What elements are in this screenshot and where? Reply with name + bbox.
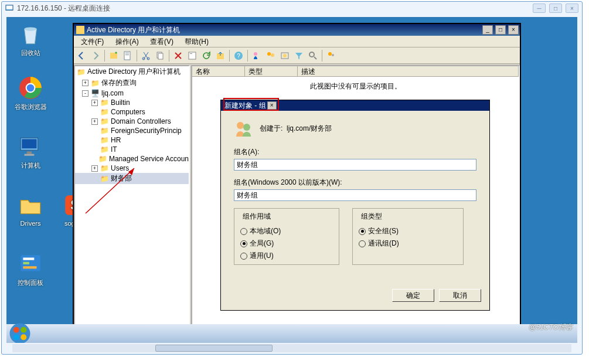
- tree-item-managed[interactable]: +📁Managed Service Accoun: [75, 154, 189, 164]
- find-user-icon[interactable]: [250, 49, 263, 62]
- properties-icon[interactable]: [121, 49, 134, 62]
- svg-rect-20: [125, 55, 129, 55]
- watermark: @51CTO博客: [529, 322, 573, 332]
- recycle-bin-icon: [18, 22, 43, 46]
- desktop-icon-control-panel[interactable]: 控制面板: [10, 251, 51, 287]
- cancel-button[interactable]: 取消: [439, 289, 481, 302]
- desktop-icon-drivers[interactable]: Drivers: [10, 193, 51, 227]
- domain-icon: 🖥️: [90, 89, 100, 97]
- radio-scope-local[interactable]: 本地域(O): [240, 225, 333, 237]
- svg-point-34: [283, 54, 287, 57]
- svg-rect-16: [76, 26, 84, 34]
- host-scrollbar[interactable]: [3, 343, 581, 353]
- svg-point-38: [237, 122, 244, 129]
- tree-item-hr[interactable]: +📁HR: [75, 135, 189, 145]
- search-icon[interactable]: [307, 49, 319, 62]
- add-ou-icon[interactable]: [278, 49, 291, 62]
- desktop-icon-computer[interactable]: 计算机: [10, 134, 51, 170]
- rdp-title-bar[interactable]: 172.16.16.150 - 远程桌面连接 ─ □ ×: [2, 2, 582, 15]
- tree-item-finance[interactable]: +📁财务部: [75, 173, 189, 184]
- desktop-icon-chrome[interactable]: 谷歌浏览器: [10, 76, 51, 111]
- help-icon[interactable]: ?: [232, 49, 245, 62]
- cut-icon[interactable]: [139, 49, 152, 62]
- created-in-value: ljq.com/财务部: [287, 124, 332, 132]
- minimize-button[interactable]: ─: [533, 4, 546, 13]
- ad-toolbar: ?: [74, 47, 520, 64]
- group-name-input[interactable]: [234, 159, 476, 171]
- tree-item-computers[interactable]: +📁Computers: [75, 107, 189, 117]
- dialog-close-button[interactable]: ×: [267, 101, 277, 110]
- copy-icon[interactable]: [154, 49, 166, 62]
- collapse-icon[interactable]: +: [82, 80, 88, 86]
- radio-scope-global[interactable]: 全局(G): [240, 237, 333, 250]
- radio-scope-universal[interactable]: 通用(U): [240, 250, 333, 262]
- ad-icon: [76, 26, 84, 34]
- svg-point-21: [142, 57, 145, 60]
- svg-rect-26: [190, 53, 192, 54]
- svg-point-30: [254, 52, 257, 56]
- add-user-group-icon[interactable]: [325, 49, 338, 62]
- type-legend: 组类型: [359, 212, 384, 222]
- scrollbar-thumb[interactable]: [155, 345, 273, 352]
- empty-list-message: 此视图中没有可显示的项目。: [192, 81, 519, 91]
- tree-item-builtin[interactable]: +📁Builtin: [75, 98, 189, 107]
- menu-file[interactable]: 文件(F): [76, 36, 108, 48]
- tree-item-users[interactable]: +📁Users: [75, 164, 189, 173]
- tree-item-saved-queries[interactable]: +📁保存的查询: [75, 77, 189, 89]
- refresh-icon[interactable]: [200, 49, 213, 62]
- folder-icon: 📁: [76, 68, 86, 76]
- svg-point-42: [10, 324, 30, 343]
- maximize-button[interactable]: □: [549, 4, 562, 13]
- svg-rect-7: [22, 139, 36, 148]
- svg-rect-24: [158, 53, 163, 59]
- radio-type-distribution[interactable]: 通讯组(D): [359, 237, 457, 250]
- tree-item-fsp[interactable]: +📁ForeignSecurityPrincip: [75, 126, 189, 135]
- svg-point-31: [267, 52, 271, 56]
- menu-view[interactable]: 查看(V): [145, 36, 178, 48]
- new-container-icon[interactable]: [107, 49, 120, 62]
- chrome-icon: [18, 76, 43, 100]
- ad-menubar: 文件(F) 操作(A) 查看(V) 帮助(H): [74, 36, 520, 47]
- ad-minimize-button[interactable]: _: [482, 25, 493, 35]
- dialog-title-bar[interactable]: 新建对象 - 组 ×: [221, 100, 489, 111]
- list-header[interactable]: 名称 类型 描述: [192, 66, 519, 77]
- tree-item-domain-controllers[interactable]: +📁Domain Controllers: [75, 117, 189, 126]
- created-in-label: 创建于:: [260, 124, 282, 132]
- svg-point-44: [21, 327, 26, 333]
- ad-maximize-button[interactable]: □: [495, 25, 506, 35]
- ad-tree[interactable]: 📁Active Directory 用户和计算机 +📁保存的查询 -🖥️ljq.…: [74, 65, 190, 326]
- start-button[interactable]: [8, 325, 32, 342]
- computer-icon: [18, 134, 43, 159]
- col-name[interactable]: 名称: [192, 66, 245, 76]
- group-icon: [234, 119, 253, 138]
- tree-item-it[interactable]: +📁IT: [75, 145, 189, 154]
- menu-help[interactable]: 帮助(H): [180, 36, 213, 48]
- rdp-title-text: 172.16.16.150 - 远程桌面连接: [17, 4, 110, 13]
- taskbar[interactable]: [6, 324, 577, 343]
- expand-icon[interactable]: -: [82, 90, 88, 97]
- ad-close-button[interactable]: ×: [508, 25, 519, 35]
- control-panel-icon: [18, 251, 43, 276]
- radio-type-security[interactable]: 安全组(S): [359, 225, 457, 237]
- ok-button[interactable]: 确定: [392, 289, 434, 302]
- group-name-2000-input[interactable]: [234, 189, 476, 201]
- new-group-dialog: 新建对象 - 组 × 创建于: ljq.com/财务部 组名(A): 组名(Wi…: [220, 100, 490, 311]
- nav-forward-icon[interactable]: [89, 49, 102, 62]
- nav-back-icon[interactable]: [75, 49, 88, 62]
- filter-icon[interactable]: [292, 49, 305, 62]
- export-icon[interactable]: [214, 49, 227, 62]
- tree-root[interactable]: 📁Active Directory 用户和计算机: [75, 66, 189, 77]
- delete-icon[interactable]: [172, 49, 185, 62]
- ad-title-bar[interactable]: Active Directory 用户和计算机 _ □ ×: [74, 24, 520, 36]
- close-button[interactable]: ×: [566, 4, 578, 13]
- col-type[interactable]: 类型: [245, 66, 298, 76]
- svg-rect-25: [189, 52, 196, 59]
- menu-action[interactable]: 操作(A): [111, 36, 144, 48]
- svg-rect-14: [23, 262, 29, 264]
- add-group-icon[interactable]: [264, 49, 277, 62]
- prop2-icon[interactable]: [186, 49, 199, 62]
- svg-rect-8: [27, 151, 32, 154]
- tree-item-domain[interactable]: -🖥️ljq.com: [75, 89, 189, 98]
- desktop-icon-recycle-bin[interactable]: 回收站: [10, 22, 51, 57]
- col-desc[interactable]: 描述: [298, 66, 519, 76]
